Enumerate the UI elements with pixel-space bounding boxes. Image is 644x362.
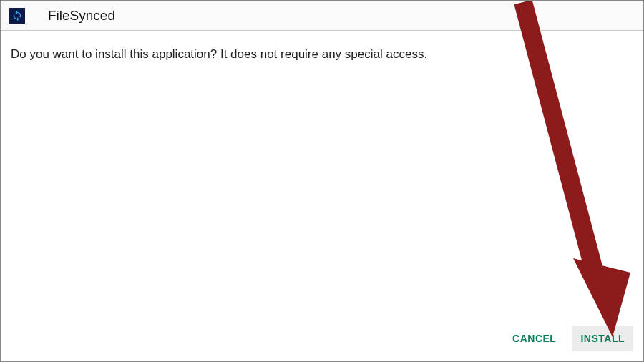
sync-icon: [11, 10, 23, 21]
dialog-content: Do you want to install this application?…: [1, 31, 643, 78]
app-title: FileSynced: [48, 8, 115, 24]
app-icon: [9, 8, 25, 24]
install-button[interactable]: INSTALL: [572, 326, 633, 351]
dialog-actions: CANCEL INSTALL: [504, 326, 633, 351]
cancel-button[interactable]: CANCEL: [504, 326, 565, 351]
install-prompt-text: Do you want to install this application?…: [11, 47, 633, 62]
dialog-header: FileSynced: [1, 1, 643, 31]
